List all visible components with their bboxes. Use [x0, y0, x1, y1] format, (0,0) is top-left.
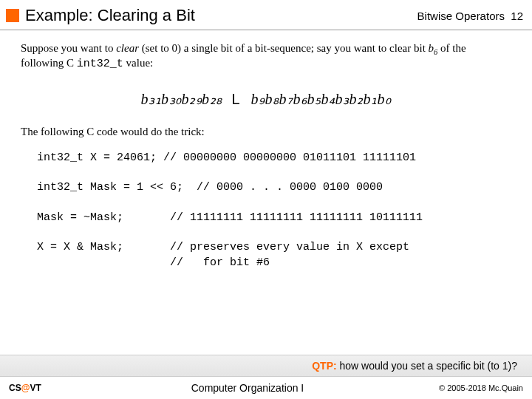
footer-left: CS@VT	[9, 383, 98, 393]
intro-paragraph: Suppose you want to clear (set to 0) a s…	[21, 41, 511, 72]
text: Suppose you want to	[21, 42, 116, 54]
bit-sequence-diagram: b₃₁b₃₀b₂₉b₂₈ L b₉b₈b₇b₆b₅b₄b₃b₂b₁b₀	[21, 84, 511, 124]
inline-code: int32_t	[77, 58, 123, 70]
slide-body: Suppose you want to clear (set to 0) a s…	[0, 30, 532, 270]
code-line: // for bit #6	[37, 256, 270, 269]
accent-square-icon	[6, 9, 19, 22]
text: VT	[30, 383, 41, 393]
bit-var: b6	[429, 42, 438, 54]
slide-topic: Bitwise Operators 12	[417, 10, 523, 22]
code-block: int32_t X = 24061; // 00000000 00000000 …	[21, 151, 511, 270]
text: value:	[123, 57, 153, 69]
slide-title: Example: Clearing a Bit	[25, 6, 417, 25]
page-number: 12	[511, 10, 523, 22]
footer-course: Computer Organization I	[98, 382, 398, 394]
code-line: int32_t X = 24061; // 00000000 00000000 …	[37, 151, 416, 164]
slide-footer: CS@VT Computer Organization I © 2005-201…	[0, 377, 532, 399]
footer-copyright: © 2005-2018 Mc.Quain	[398, 383, 523, 392]
code-line: Mask = ~Mask; // 11111111 11111111 11111…	[37, 211, 423, 224]
qtp-text: how would you set a specific bit (to 1)?	[337, 360, 517, 372]
question-bar: QTP: how would you set a specific bit (t…	[0, 355, 532, 377]
text: (set to 0) a single bit of a bit-sequenc…	[139, 42, 429, 54]
code-line: X = X & Mask; // preserves every value i…	[37, 241, 409, 253]
emphasis: clear	[116, 42, 139, 54]
text: CS	[9, 383, 21, 393]
ellipsis: L	[226, 91, 247, 108]
lead-in-text: The following C code would do the trick:	[21, 124, 511, 139]
slide-header: Example: Clearing a Bit Bitwise Operator…	[0, 0, 532, 30]
qtp-label: QTP:	[312, 360, 336, 372]
code-line: int32_t Mask = 1 << 6; // 0000 . . . 000…	[37, 181, 383, 194]
bits-high: b₃₁b₃₀b₂₉b₂₈	[141, 91, 222, 107]
topic-label: Bitwise Operators	[417, 10, 505, 22]
at-symbol: @	[21, 383, 30, 393]
bits-low: b₉b₈b₇b₆b₅b₄b₃b₂b₁b₀	[251, 91, 392, 107]
